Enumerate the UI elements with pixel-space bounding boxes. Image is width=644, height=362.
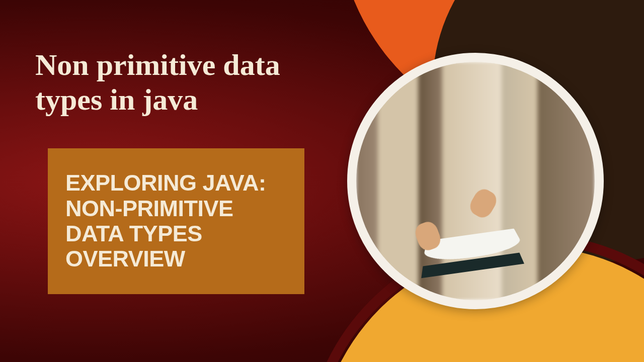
subtitle-text: EXPLORING JAVA: NON-PRIMITIVE DATA TYPES…: [65, 170, 287, 272]
subtitle-container: EXPLORING JAVA: NON-PRIMITIVE DATA TYPES…: [48, 148, 304, 294]
hero-image-circle: [347, 53, 604, 309]
main-title: Non primitive data types in java: [35, 48, 337, 117]
banner-canvas: Non primitive data types in java EXPLORI…: [0, 0, 644, 362]
